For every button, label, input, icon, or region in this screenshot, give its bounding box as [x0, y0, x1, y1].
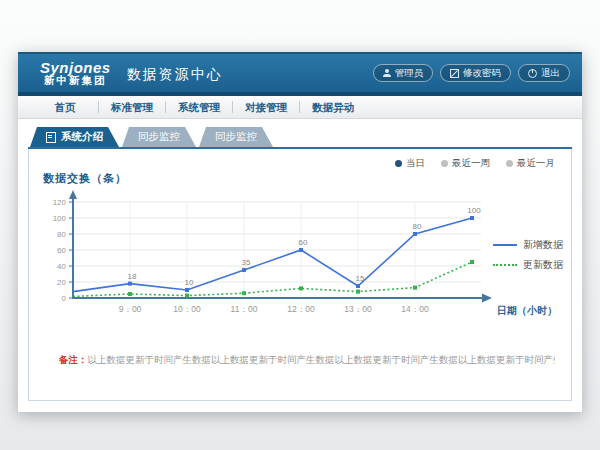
svg-text:40: 40	[57, 262, 66, 271]
tab-label: 同步监控	[138, 130, 180, 144]
svg-text:100: 100	[53, 214, 67, 223]
tab-label: 系统介绍	[61, 130, 103, 144]
radio-dot-icon	[441, 160, 448, 167]
nav-item-standards[interactable]: 标准管理	[99, 96, 165, 118]
svg-text:100: 100	[467, 206, 481, 215]
radio-label: 最近一周	[452, 157, 490, 170]
legend-item-new-data: 新增数据	[493, 235, 563, 255]
svg-text:日期（小时）: 日期（小时）	[497, 305, 557, 316]
document-icon	[46, 132, 56, 143]
tab-label: 同步监控	[215, 130, 257, 144]
chart-panel: 当日 最近一周 最近一月 数据交换（条） 0204060801001209：00…	[28, 149, 572, 401]
svg-text:10: 10	[185, 278, 194, 287]
logout-button[interactable]: 退出	[518, 64, 570, 82]
legend-item-updated-data: 更新数据	[493, 255, 563, 275]
svg-text:80: 80	[57, 230, 66, 239]
main-nav: 首页 标准管理 系统管理 对接管理 数据异动	[18, 96, 582, 119]
tab-sync-monitor-2[interactable]: 同步监控	[199, 127, 273, 147]
blue-line-icon	[493, 244, 517, 246]
content-area: 系统介绍 同步监控 同步监控 当日 最近一周	[28, 127, 572, 400]
nav-item-data-changes[interactable]: 数据异动	[300, 96, 366, 118]
radio-last-month[interactable]: 最近一月	[506, 157, 555, 170]
radio-last-week[interactable]: 最近一周	[441, 157, 490, 170]
radio-label: 最近一月	[517, 157, 555, 170]
svg-text:15: 15	[356, 274, 365, 283]
chart-legend: 新增数据 更新数据	[493, 235, 563, 275]
change-password-label: 修改密码	[463, 67, 501, 80]
tab-system-intro[interactable]: 系统介绍	[30, 127, 119, 147]
page-title: 数据资源中心	[127, 66, 223, 84]
app-window: Synjones 新中新集团 数据资源中心 管理员 修改密码 退出 首页 标准管…	[18, 52, 582, 412]
power-icon	[528, 69, 537, 78]
tab-bar: 系统介绍 同步监控 同步监控	[30, 127, 572, 147]
admin-user-button[interactable]: 管理员	[373, 64, 434, 82]
radio-label: 当日	[406, 157, 425, 170]
nav-item-integration[interactable]: 对接管理	[233, 96, 299, 118]
nav-item-system[interactable]: 系统管理	[166, 96, 232, 118]
logout-label: 退出	[541, 67, 560, 80]
radio-today[interactable]: 当日	[395, 157, 425, 170]
svg-text:80: 80	[413, 222, 422, 231]
radio-dot-icon	[395, 160, 402, 167]
footnote-text: 以上数据更新于时间产生数据以上数据更新于时间产生数据以上数据更新于时间产生数据以…	[88, 354, 556, 365]
svg-text:0: 0	[62, 294, 67, 303]
logo-text-cn: 新中新集团	[40, 75, 111, 86]
svg-text:13：00: 13：00	[344, 304, 372, 314]
time-range-filter: 当日 最近一周 最近一月	[395, 157, 555, 170]
svg-text:12：00: 12：00	[287, 304, 315, 314]
footnote: 备注：以上数据更新于时间产生数据以上数据更新于时间产生数据以上数据更新于时间产生…	[59, 354, 555, 367]
svg-text:10：00: 10：00	[173, 304, 201, 314]
header-actions: 管理员 修改密码 退出	[373, 64, 571, 82]
y-axis-title: 数据交换（条）	[43, 171, 127, 186]
tab-sync-monitor-1[interactable]: 同步监控	[122, 127, 196, 147]
user-icon	[383, 69, 391, 77]
svg-text:9：00: 9：00	[119, 304, 142, 314]
app-header: Synjones 新中新集团 数据资源中心 管理员 修改密码 退出	[18, 52, 582, 92]
green-dotted-line-icon	[493, 264, 517, 266]
logo-text-en: Synjones	[40, 60, 111, 76]
svg-text:11：00: 11：00	[231, 304, 258, 314]
radio-dot-icon	[506, 160, 513, 167]
legend-label: 更新数据	[523, 258, 563, 272]
svg-text:20: 20	[57, 278, 66, 287]
company-logo: Synjones 新中新集团	[40, 60, 111, 87]
svg-text:60: 60	[299, 238, 308, 247]
svg-text:60: 60	[57, 246, 66, 255]
admin-user-label: 管理员	[395, 67, 424, 80]
footnote-label: 备注：	[59, 354, 88, 365]
edit-icon	[450, 69, 459, 78]
svg-text:14：00: 14：00	[401, 304, 429, 314]
legend-label: 新增数据	[523, 238, 563, 252]
svg-text:18: 18	[128, 272, 137, 281]
svg-text:35: 35	[242, 258, 251, 267]
change-password-button[interactable]: 修改密码	[440, 64, 511, 82]
nav-item-home[interactable]: 首页	[32, 96, 98, 118]
svg-text:120: 120	[53, 198, 67, 207]
